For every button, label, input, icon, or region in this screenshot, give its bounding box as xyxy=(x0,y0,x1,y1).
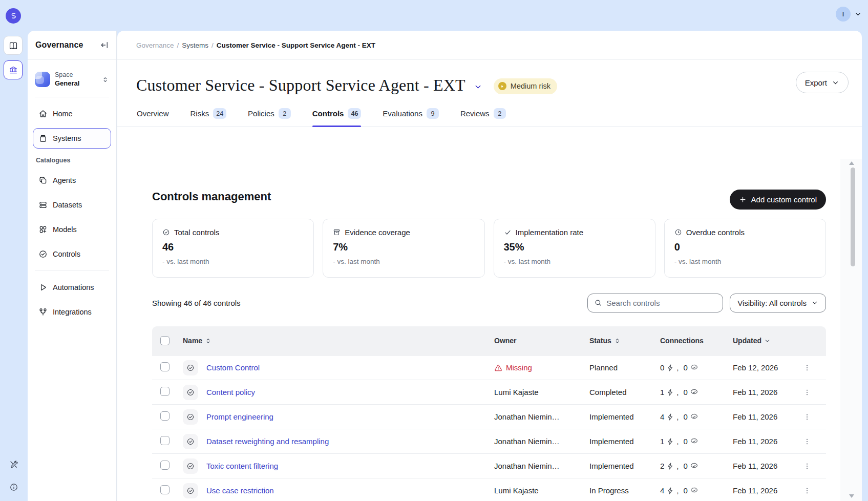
archive-icon xyxy=(333,228,341,236)
title-chevron-down-icon[interactable] xyxy=(474,82,482,91)
updated-cell: Feb 11, 2026 xyxy=(733,486,800,495)
owner-cell: Lumi Kajaste xyxy=(494,388,589,396)
scroll-down-arrow[interactable] xyxy=(849,494,854,498)
visibility-filter-button[interactable]: Visibility: All controls xyxy=(730,294,826,312)
stat-cards: Total controls 46 - vs. last month Evide… xyxy=(152,219,826,278)
brand-squiggle-icon xyxy=(9,11,18,21)
nav-item-label: Datasets xyxy=(53,201,82,209)
tab-count-badge: 2 xyxy=(279,108,291,119)
breadcrumb-current: Customer Service - Support Service Agent… xyxy=(217,41,375,49)
rail-info-button[interactable] xyxy=(9,483,18,494)
owner-cell: Jonathan Niemin… xyxy=(494,412,589,421)
breadcrumb-governance[interactable]: Governance xyxy=(136,41,174,49)
updated-cell: Feb 11, 2026 xyxy=(733,462,800,470)
page-title: Customer Service - Support Service Agent… xyxy=(136,76,465,95)
sidebar-collapse-button[interactable] xyxy=(100,40,109,50)
status-cell: In Progress xyxy=(589,486,660,495)
control-name-link[interactable]: Use case restriction xyxy=(206,486,274,495)
control-name-link[interactable]: Content policy xyxy=(206,388,255,396)
bolt-icon xyxy=(666,388,674,396)
row-checkbox[interactable] xyxy=(160,387,170,396)
tab-overview[interactable]: Overview xyxy=(137,108,169,127)
tab-count-badge: 24 xyxy=(213,108,226,119)
control-name-link[interactable]: Prompt engineering xyxy=(206,412,273,421)
rail-governance-button[interactable] xyxy=(4,60,23,79)
column-owner: Owner xyxy=(494,337,589,345)
row-menu-button[interactable] xyxy=(800,484,814,497)
control-type-icon xyxy=(183,434,198,449)
select-all-checkbox[interactable] xyxy=(160,336,170,345)
sidebar-item-automations[interactable]: Automations xyxy=(33,277,111,298)
owner-cell: Lumi Kajaste xyxy=(494,486,589,495)
tab-count-badge: 9 xyxy=(427,108,439,119)
shield-check-icon xyxy=(690,437,698,446)
column-updated[interactable]: Updated xyxy=(733,337,800,345)
rail-tools-button[interactable] xyxy=(9,460,18,471)
divider xyxy=(35,97,109,97)
row-menu-button[interactable] xyxy=(800,386,814,399)
risk-bolt-icon xyxy=(498,82,506,90)
sidebar-item-home[interactable]: Home xyxy=(33,103,111,124)
connections-cell: 0, 0 xyxy=(660,363,733,372)
stat-label: Overdue controls xyxy=(686,228,745,237)
row-checkbox[interactable] xyxy=(160,436,170,445)
row-checkbox[interactable] xyxy=(160,362,170,371)
row-checkbox[interactable] xyxy=(160,461,170,470)
control-type-icon xyxy=(183,385,198,400)
stat-label: Evidence coverage xyxy=(345,228,410,237)
tab-reviews[interactable]: Reviews 2 xyxy=(460,108,506,127)
control-name-link[interactable]: Custom Control xyxy=(206,363,260,372)
sort-desc-icon xyxy=(764,338,771,344)
stat-value: 7% xyxy=(333,241,474,253)
bolt-icon xyxy=(666,437,674,446)
nav-item-label: Systems xyxy=(53,134,81,142)
sort-icon xyxy=(205,338,211,344)
space-selector[interactable]: Space General xyxy=(33,66,111,91)
add-custom-control-button[interactable]: Add custom control xyxy=(730,190,826,210)
column-name[interactable]: Name xyxy=(183,337,494,345)
nav-item-label: Agents xyxy=(53,176,76,184)
connections-cell: 1, 0 xyxy=(660,437,733,446)
catalogues-label: Catalogues xyxy=(36,157,108,164)
user-menu[interactable]: I xyxy=(836,7,862,22)
table-body: Custom Control Missing Planned 0, 0 Feb … xyxy=(152,356,826,501)
sidebar-item-datasets[interactable]: Datasets xyxy=(33,195,111,215)
scroll-up-arrow[interactable] xyxy=(849,161,854,165)
row-menu-button[interactable] xyxy=(800,361,814,374)
search-input[interactable] xyxy=(606,299,716,307)
tab-evaluations[interactable]: Evaluations 9 xyxy=(383,108,439,127)
sidebar-item-systems[interactable]: Systems xyxy=(33,128,111,149)
control-name-link[interactable]: Dataset reweighting and resampling xyxy=(206,437,329,446)
sidebar-item-controls[interactable]: Controls xyxy=(33,244,111,264)
avatar[interactable]: I xyxy=(836,7,851,22)
plus-icon xyxy=(739,196,747,203)
row-menu-button[interactable] xyxy=(800,435,814,448)
breadcrumb-systems[interactable]: Systems xyxy=(182,41,208,49)
nav-item-label: Integrations xyxy=(53,308,92,316)
rail-docs-button[interactable] xyxy=(4,36,23,55)
space-name: General xyxy=(55,79,97,88)
tab-risks[interactable]: Risks 24 xyxy=(190,108,227,127)
sidebar-item-agents[interactable]: Agents xyxy=(33,170,111,191)
check-icon xyxy=(504,228,512,236)
export-button[interactable]: Export xyxy=(796,72,849,93)
sidebar-item-models[interactable]: Models xyxy=(33,219,111,240)
row-checkbox[interactable] xyxy=(160,485,170,494)
row-checkbox[interactable] xyxy=(160,411,170,421)
control-name-link[interactable]: Toxic content filtering xyxy=(206,462,278,470)
search-controls[interactable] xyxy=(587,294,723,312)
stat-value: 46 xyxy=(162,241,304,253)
sidebar-item-integrations[interactable]: Integrations xyxy=(33,302,111,322)
tab-policies[interactable]: Policies 2 xyxy=(248,108,291,127)
chevron-down-icon[interactable] xyxy=(854,10,862,18)
row-menu-button[interactable] xyxy=(800,460,814,473)
app-logo[interactable] xyxy=(6,8,21,24)
status-cell: Planned xyxy=(589,363,660,372)
row-menu-button[interactable] xyxy=(800,410,814,424)
tab-count-badge: 46 xyxy=(348,108,361,119)
scrollbar-thumb[interactable] xyxy=(851,168,855,266)
table-row: Content policy Lumi Kajaste Completed 1,… xyxy=(152,380,826,405)
home-icon xyxy=(38,109,48,118)
column-status[interactable]: Status xyxy=(589,337,660,345)
tab-controls[interactable]: Controls 46 xyxy=(312,108,362,127)
